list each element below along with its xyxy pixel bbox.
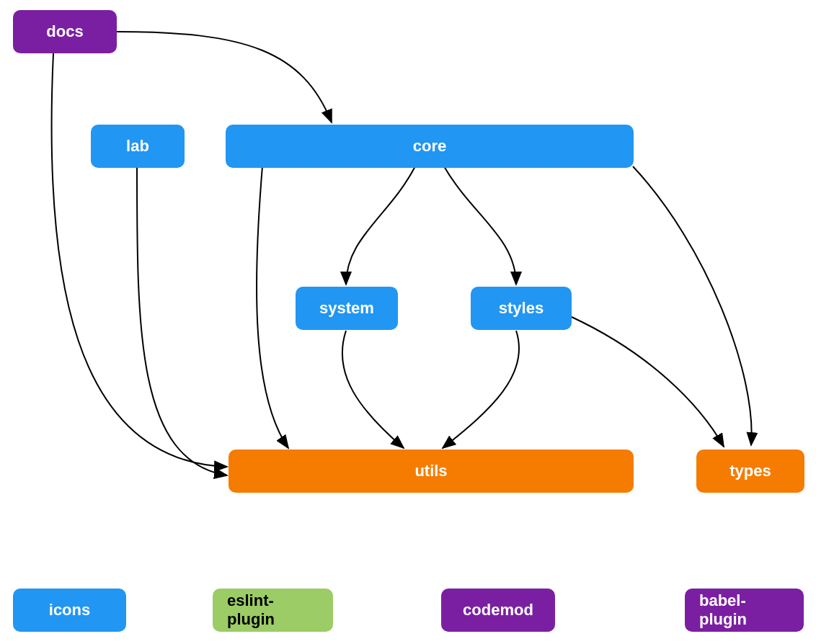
node-label: eslint-plugin — [227, 591, 319, 629]
node-eslint-plugin: eslint-plugin — [213, 589, 333, 632]
node-label: lab — [126, 137, 149, 156]
node-types: types — [696, 450, 804, 493]
node-core: core — [226, 125, 634, 168]
node-label: styles — [499, 299, 544, 318]
node-codemod: codemod — [441, 589, 555, 632]
node-lab: lab — [91, 125, 185, 168]
node-label: types — [729, 462, 771, 480]
node-label: icons — [49, 601, 90, 620]
node-label: system — [319, 299, 374, 318]
node-system: system — [296, 287, 398, 330]
node-docs: docs — [13, 10, 117, 53]
dependency-diagram: docs lab core system styles utils types … — [0, 0, 816, 644]
node-utils: utils — [229, 450, 634, 493]
node-babel-plugin: babel-plugin — [685, 589, 804, 632]
node-label: core — [413, 137, 446, 156]
node-styles: styles — [471, 287, 572, 330]
node-label: babel-plugin — [699, 591, 789, 629]
arrows-layer — [0, 0, 816, 644]
node-icons: icons — [13, 589, 126, 632]
node-label: docs — [46, 22, 83, 41]
node-label: codemod — [463, 601, 533, 620]
node-label: utils — [414, 462, 447, 480]
